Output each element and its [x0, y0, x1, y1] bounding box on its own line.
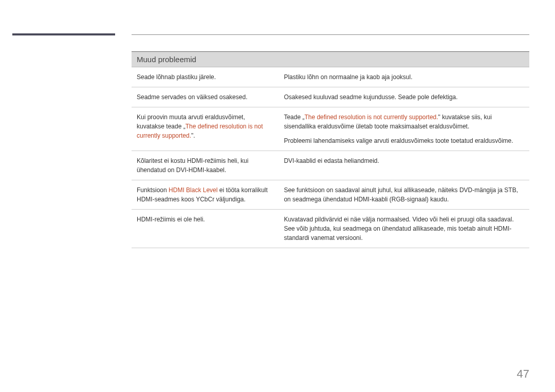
text-pre: Teade „	[284, 114, 304, 121]
solution-paragraph: Probleemi lahendamiseks valige arvuti er…	[284, 136, 524, 145]
problem-cell: Seadme servades on väiksed osakesed.	[132, 87, 279, 107]
highlight-text: The defined resolution is not currently …	[304, 114, 438, 121]
problem-cell: Kui proovin muuta arvuti eraldusvõimet, …	[132, 107, 279, 151]
text-pre: Funktsioon	[137, 186, 169, 194]
text-post: ".	[191, 132, 195, 139]
problem-cell: HDMI-režiimis ei ole heli.	[132, 210, 279, 248]
header-accent-bar	[12, 33, 115, 35]
table-header: Muud probleemid	[132, 52, 529, 67]
table-row: HDMI-režiimis ei ole heli. Kuvatavad pil…	[132, 210, 529, 248]
table-row: Seadme servades on väiksed osakesed. Osa…	[132, 87, 529, 107]
problem-cell: Seade lõhnab plastiku järele.	[132, 67, 279, 87]
solution-cell: Plastiku lõhn on normaalne ja kaob aja j…	[279, 67, 529, 87]
table-row: Kõlaritest ei kostu HDMI-režiimis heli, …	[132, 151, 529, 180]
highlight-text: HDMI Black Level	[169, 186, 217, 194]
table-row: Seade lõhnab plastiku järele. Plastiku l…	[132, 67, 529, 87]
problem-cell: Funktsioon HDMI Black Level ei tööta kor…	[132, 180, 279, 210]
table-row: Kui proovin muuta arvuti eraldusvõimet, …	[132, 107, 529, 151]
table-row: Funktsioon HDMI Black Level ei tööta kor…	[132, 180, 529, 210]
header-rule	[132, 34, 529, 35]
problem-cell: Kõlaritest ei kostu HDMI-režiimis heli, …	[132, 151, 279, 180]
solution-cell: See funktsioon on saadaval ainult juhul,…	[279, 180, 529, 210]
content-area: Muud probleemid Seade lõhnab plastiku jä…	[132, 51, 529, 248]
troubleshooting-table: Muud probleemid Seade lõhnab plastiku jä…	[132, 51, 529, 248]
solution-cell: Osakesed kuuluvad seadme kujundusse. Sea…	[279, 87, 529, 107]
solution-cell: Kuvatavad pildivärvid ei näe välja norma…	[279, 210, 529, 248]
solution-paragraph: Teade „The defined resolution is not cur…	[284, 113, 524, 131]
page-number: 47	[517, 367, 529, 381]
solution-cell: Teade „The defined resolution is not cur…	[279, 107, 529, 151]
solution-cell: DVI-kaablid ei edasta heliandmeid.	[279, 151, 529, 180]
